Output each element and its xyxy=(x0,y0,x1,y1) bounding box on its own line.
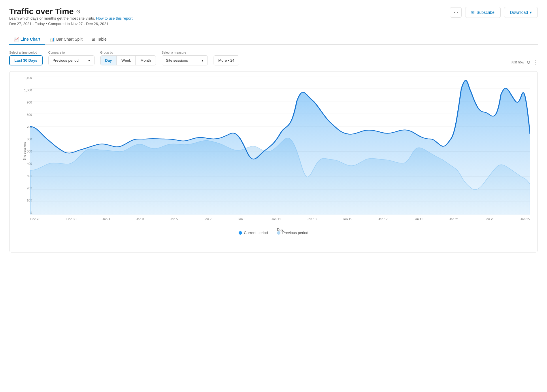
x-label-jan19: Jan 19 xyxy=(414,217,423,221)
tabs-nav: 📈 Line Chart 📊 Bar Chart Split ⊞ Table xyxy=(9,34,538,45)
title-section: Traffic over Time ⊙ Learn which days or … xyxy=(9,7,133,32)
x-label-jan9: Jan 9 xyxy=(238,217,246,221)
refresh-area: just now ↻ ⋮ xyxy=(512,59,538,65)
x-label-dec28: Dec 28 xyxy=(30,217,40,221)
chevron-down-icon[interactable]: ⊙ xyxy=(76,8,80,15)
controls-bar: Select a time period Last 30 Days Compar… xyxy=(9,51,538,65)
refresh-button[interactable]: ↻ xyxy=(527,60,530,65)
time-period-label: Select a time period xyxy=(9,51,43,54)
measure-label: Select a measure xyxy=(162,51,208,54)
x-label-jan21: Jan 21 xyxy=(449,217,459,221)
compare-to-dropdown[interactable]: Previous period ▾ xyxy=(48,55,95,65)
chevron-down-icon: ▾ xyxy=(88,58,90,63)
page: Traffic over Time ⊙ Learn which days or … xyxy=(0,0,547,392)
x-label-jan7: Jan 7 xyxy=(204,217,212,221)
x-label-jan3: Jan 3 xyxy=(136,217,144,221)
group-by-week[interactable]: Week xyxy=(117,56,136,65)
chevron-down-icon: ▾ xyxy=(201,58,203,63)
x-label-jan13: Jan 13 xyxy=(307,217,316,221)
compare-to-label: Compare to xyxy=(48,51,95,54)
measure-control: Select a measure Site sessions ▾ xyxy=(162,51,208,65)
header-actions: ··· ✉ Subscribe Download ▾ xyxy=(450,7,538,18)
line-chart-icon: 📈 xyxy=(14,37,19,42)
tab-bar-chart-split[interactable]: 📊 Bar Chart Split xyxy=(45,34,87,45)
group-by-day[interactable]: Day xyxy=(101,56,117,65)
x-label-jan15: Jan 15 xyxy=(343,217,352,221)
x-label-dec30: Dec 30 xyxy=(66,217,76,221)
chart-area: Site sessions 0 100 200 300 400 500 600 … xyxy=(14,76,533,226)
tab-line-chart[interactable]: 📈 Line Chart xyxy=(9,34,45,45)
x-axis-labels: Dec 28 Dec 30 Jan 1 Jan 3 Jan 5 Jan 7 Ja… xyxy=(30,216,530,226)
more-filters-control: More • 24 xyxy=(214,51,239,65)
chevron-down-icon: ▾ xyxy=(530,10,532,15)
x-label-jan25: Jan 25 xyxy=(520,217,530,221)
page-title: Traffic over Time xyxy=(9,7,74,16)
tab-table[interactable]: ⊞ Table xyxy=(87,34,111,45)
x-label-jan23: Jan 23 xyxy=(485,217,494,221)
group-by-control: Group by Day Week Month xyxy=(100,51,156,65)
compare-to-control: Compare to Previous period ▾ xyxy=(48,51,95,65)
table-icon: ⊞ xyxy=(92,37,95,42)
x-label-jan17: Jan 17 xyxy=(378,217,388,221)
x-axis-title: Day xyxy=(30,228,530,232)
measure-dropdown[interactable]: Site sessions ▾ xyxy=(162,55,208,65)
group-by-label: Group by xyxy=(100,51,156,54)
x-label-jan1: Jan 1 xyxy=(102,217,110,221)
x-label-jan11: Jan 11 xyxy=(271,217,281,221)
subscribe-button[interactable]: ✉ Subscribe xyxy=(465,7,500,18)
group-by-buttons: Day Week Month xyxy=(100,55,156,65)
mail-icon: ✉ xyxy=(471,10,475,15)
subtitle: Learn which days or months get the most … xyxy=(9,16,133,20)
time-period-button[interactable]: Last 30 Days xyxy=(9,55,43,65)
chart-svg xyxy=(30,76,530,214)
x-label-jan5: Jan 5 xyxy=(170,217,178,221)
more-filters-button[interactable]: More • 24 xyxy=(214,55,239,65)
y-axis-title: Site sessions xyxy=(23,142,26,161)
header: Traffic over Time ⊙ Learn which days or … xyxy=(9,7,538,32)
chart-container: Site sessions 0 100 200 300 400 500 600 … xyxy=(9,71,538,252)
chart-more-options-button[interactable]: ⋮ xyxy=(533,59,538,65)
group-by-month[interactable]: Month xyxy=(136,56,155,65)
title-row: Traffic over Time ⊙ xyxy=(9,7,133,16)
time-period-control: Select a time period Last 30 Days xyxy=(9,51,43,65)
subtitle-link[interactable]: How to use this report xyxy=(96,16,132,20)
download-button[interactable]: Download ▾ xyxy=(504,7,538,18)
bar-chart-icon: 📊 xyxy=(50,37,54,42)
refresh-timestamp: just now xyxy=(512,60,524,64)
date-range: Dec 27, 2021 - Today • Compared to Nov 2… xyxy=(9,22,133,26)
chart-plot xyxy=(30,76,530,214)
more-options-button[interactable]: ··· xyxy=(450,7,462,18)
